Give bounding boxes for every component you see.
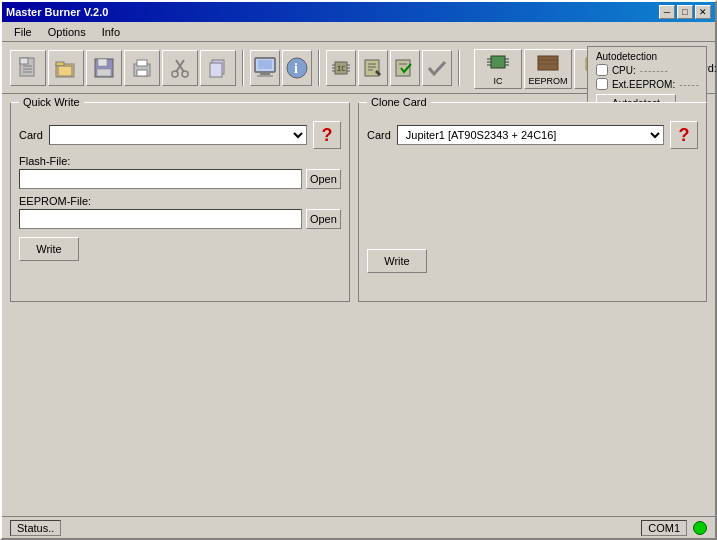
toolbar-verify[interactable] xyxy=(390,50,420,86)
status-text: Status.. xyxy=(17,522,54,534)
toolbar-btn-2[interactable] xyxy=(48,50,84,86)
com-panel: COM1 xyxy=(641,520,687,536)
toolbar-separator-2 xyxy=(318,50,320,86)
quick-write-card-row: Card ? xyxy=(19,121,341,149)
cpu-label: CPU: xyxy=(612,65,636,76)
svg-rect-19 xyxy=(210,63,222,77)
ext-eeprom-checkbox[interactable] xyxy=(596,78,608,90)
quick-write-panel: Quick Write Card ? Flash-File: Open xyxy=(10,102,350,305)
svg-rect-48 xyxy=(538,56,558,70)
cpu-checkbox[interactable] xyxy=(596,64,608,76)
clone-card-title: Clone Card xyxy=(367,96,431,108)
clone-write-actions: Write xyxy=(367,249,698,273)
flash-file-section: Flash-File: Open xyxy=(19,155,341,189)
main-content: Quick Write Card ? Flash-File: Open xyxy=(2,94,715,313)
write-icon xyxy=(359,54,387,82)
autodetect-title: Autodetection xyxy=(596,51,698,62)
svg-rect-41 xyxy=(491,56,505,68)
svg-rect-6 xyxy=(56,62,64,66)
window-title: Master Burner V.2.0 xyxy=(6,6,108,18)
clone-card-label: Card xyxy=(367,129,391,141)
quick-write-title: Quick Write xyxy=(19,96,84,108)
toolbar: i IC xyxy=(2,42,715,94)
menu-bar: File Options Info xyxy=(2,22,715,42)
clone-card-row: Card Jupiter1 [AT90S2343 + 24C16] ? xyxy=(367,121,698,149)
minimize-button[interactable]: ─ xyxy=(659,5,675,19)
eeprom-file-input[interactable] xyxy=(19,209,302,229)
toolbar-computer[interactable] xyxy=(250,50,280,86)
ext-eeprom-dots: - - - - - xyxy=(679,79,698,90)
computer-icon xyxy=(251,54,279,82)
svg-rect-7 xyxy=(58,66,72,76)
autodetect-eeprom-row: Ext.EEPROM: - - - - - xyxy=(596,78,698,90)
toolbar-btn-5[interactable] xyxy=(162,50,198,86)
toolbar-chip[interactable]: IC xyxy=(326,50,356,86)
status-text-panel: Status.. xyxy=(10,520,61,536)
toolbar-info[interactable]: i xyxy=(282,50,312,86)
svg-point-17 xyxy=(182,71,188,77)
eeprom-tab-icon xyxy=(533,52,563,74)
new-icon xyxy=(16,56,40,80)
tab-eeprom-label: EEPROM xyxy=(528,76,567,86)
flash-file-label: Flash-File: xyxy=(19,155,341,167)
main-window: Master Burner V.2.0 ─ □ ✕ File Options I… xyxy=(0,0,717,540)
clone-help-button[interactable]: ? xyxy=(670,121,698,149)
title-controls: ─ □ ✕ xyxy=(659,5,711,19)
svg-rect-9 xyxy=(98,59,107,66)
clone-card-panel: Clone Card Card Jupiter1 [AT90S2343 + 24… xyxy=(358,102,707,305)
verify-icon xyxy=(391,54,419,82)
tab-eeprom[interactable]: EEPROM xyxy=(524,49,572,89)
toolbar-separator-1 xyxy=(242,50,244,86)
toolbar-write[interactable] xyxy=(358,50,388,86)
tab-ic-label: IC xyxy=(494,76,503,86)
flash-file-input[interactable] xyxy=(19,169,302,189)
toolbar-checkmark[interactable] xyxy=(422,50,452,86)
clone-card-select[interactable]: Jupiter1 [AT90S2343 + 24C16] xyxy=(397,125,664,145)
cpu-dots: - - - - - - - xyxy=(640,65,667,76)
eeprom-file-section: EEPROM-File: Open xyxy=(19,195,341,229)
quick-write-card-select[interactable] xyxy=(49,125,307,145)
svg-rect-13 xyxy=(137,70,147,76)
clone-write-button[interactable]: Write xyxy=(367,249,427,273)
svg-rect-21 xyxy=(258,60,272,69)
svg-rect-10 xyxy=(97,69,111,76)
quick-write-group: Quick Write Card ? Flash-File: Open xyxy=(10,102,350,302)
autodetect-cpu-row: CPU: - - - - - - - xyxy=(596,64,698,76)
title-bar: Master Burner V.2.0 ─ □ ✕ xyxy=(2,2,715,22)
svg-rect-22 xyxy=(260,72,270,75)
status-led xyxy=(693,521,707,535)
svg-rect-23 xyxy=(257,75,273,77)
toolbar-btn-1[interactable] xyxy=(10,50,46,86)
cut-icon xyxy=(168,56,192,80)
ic-tab-icon xyxy=(483,52,513,74)
status-bar: Status.. COM1 xyxy=(2,516,715,538)
print-icon xyxy=(130,56,154,80)
copy-icon xyxy=(206,56,230,80)
tab-ic[interactable]: IC xyxy=(474,49,522,89)
toolbar-btn-3[interactable] xyxy=(86,50,122,86)
svg-rect-12 xyxy=(137,60,147,66)
status-right: COM1 xyxy=(641,520,707,536)
ext-eeprom-label: Ext.EEPROM: xyxy=(612,79,675,90)
flash-file-row: Open xyxy=(19,169,341,189)
eeprom-file-label: EEPROM-File: xyxy=(19,195,341,207)
close-button[interactable]: ✕ xyxy=(695,5,711,19)
spacer xyxy=(2,313,715,516)
svg-rect-1 xyxy=(20,58,28,64)
maximize-button[interactable]: □ xyxy=(677,5,693,19)
flash-open-button[interactable]: Open xyxy=(306,169,341,189)
menu-info[interactable]: Info xyxy=(94,24,128,40)
eeprom-open-button[interactable]: Open xyxy=(306,209,341,229)
clone-card-group: Clone Card Card Jupiter1 [AT90S2343 + 24… xyxy=(358,102,707,302)
toolbar-btn-4[interactable] xyxy=(124,50,160,86)
quick-write-card-label: Card xyxy=(19,129,43,141)
svg-point-16 xyxy=(172,71,178,77)
menu-options[interactable]: Options xyxy=(40,24,94,40)
quick-write-help-button[interactable]: ? xyxy=(313,121,341,149)
open-icon xyxy=(54,56,78,80)
save-icon xyxy=(92,56,116,80)
toolbar-btn-6[interactable] xyxy=(200,50,236,86)
quick-write-button[interactable]: Write xyxy=(19,237,79,261)
svg-text:IC: IC xyxy=(337,65,345,73)
menu-file[interactable]: File xyxy=(6,24,40,40)
